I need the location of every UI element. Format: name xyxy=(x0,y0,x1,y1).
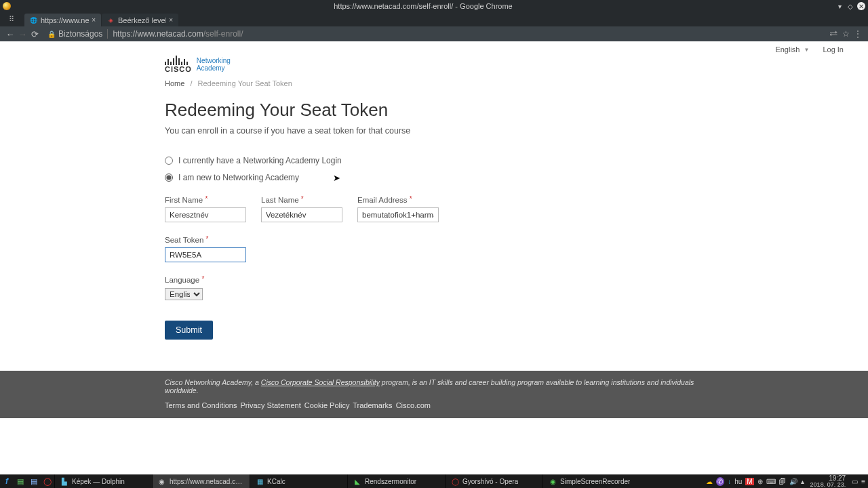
taskbar-item[interactable]: ◉ SimpleScreenRecorder xyxy=(542,474,640,488)
start-button[interactable]: f xyxy=(0,476,14,486)
volume-icon[interactable]: 🔊 xyxy=(789,478,797,485)
seat-token-field: Seat Token * xyxy=(165,236,246,262)
quick-launch-icon[interactable]: ▤ xyxy=(14,477,27,486)
tray-icon[interactable]: M xyxy=(745,478,753,485)
chrome-icon: ◉ xyxy=(158,477,166,485)
secure-label: Biztonságos xyxy=(58,29,102,39)
gmail-icon: ◈ xyxy=(107,16,115,24)
tray-icon[interactable]: ⌨ xyxy=(766,478,776,485)
breadcrumb-home[interactable]: Home xyxy=(165,79,184,87)
quick-launch-icon[interactable]: ▤ xyxy=(27,477,41,486)
system-tray: ☁ ✆ ↓ hu M ⊕ ⌨ 🗐 🔊 ▴ 19:27 2018. 07. 23.… xyxy=(706,475,868,488)
csr-link[interactable]: Cisco Corporate Social Responsibility xyxy=(261,378,380,386)
taskbar-item[interactable]: ▦ KCalc xyxy=(250,474,347,488)
translate-icon[interactable]: ⮂ xyxy=(827,29,840,39)
footer-link[interactable]: Cookie Policy xyxy=(304,401,350,409)
breadcrumb: Home / Redeeming Your Seat Token xyxy=(165,79,703,87)
seat-token-input[interactable] xyxy=(165,247,246,262)
footer-link[interactable]: Terms and Conditions xyxy=(165,401,237,409)
tab-inactive[interactable]: ◈ Beérkező levelek - × xyxy=(102,14,178,26)
login-link[interactable]: Log In xyxy=(823,45,844,54)
tray-icon[interactable]: ☁ xyxy=(706,478,713,485)
brand-logo[interactable]: CISCO Networking Academy xyxy=(165,55,703,73)
menu-icon[interactable]: ≡ xyxy=(861,478,865,485)
window-close-icon[interactable]: ✕ xyxy=(857,2,865,10)
tab-active[interactable]: 🌐 https://www.netaca... × xyxy=(24,14,101,26)
folder-icon: ▙ xyxy=(60,477,68,485)
submit-button[interactable]: Submit xyxy=(165,321,213,340)
cisco-bars-icon xyxy=(165,55,192,65)
taskbar-item[interactable]: ◣ Rendszermonitor xyxy=(347,474,445,488)
chrome-tabstrip: ⠿ 🌐 https://www.netaca... × ◈ Beérkező l… xyxy=(0,12,868,26)
tab-title: Beérkező levelek - xyxy=(118,16,166,24)
forward-button: → xyxy=(16,29,28,39)
footer-link[interactable]: Cisco.com xyxy=(396,401,431,409)
tab-close-icon[interactable]: × xyxy=(169,16,173,24)
tray-icon[interactable]: 🗐 xyxy=(779,478,786,485)
radio-new-user[interactable]: I am new to Networking Academy xyxy=(165,173,703,182)
tray-icon[interactable]: ⊕ xyxy=(757,478,763,485)
page-title: Redeeming Your Seat Token xyxy=(165,100,703,121)
page-subtitle: You can enroll in a course if you have a… xyxy=(165,126,703,136)
footer-link[interactable]: Privacy Statement xyxy=(240,401,300,409)
opera-icon: ◯ xyxy=(451,477,459,485)
taskbar-clock[interactable]: 19:27 2018. 07. 23. xyxy=(808,475,849,488)
tray-expand-icon[interactable]: ▴ xyxy=(801,478,804,485)
address-url[interactable]: https://www.netacad.com/self-enroll/ xyxy=(113,29,243,39)
quick-launch-icon[interactable]: ◯ xyxy=(41,477,54,486)
taskbar-item[interactable]: ▙ Képek — Dolphin xyxy=(54,474,152,488)
chrome-menu-icon[interactable]: ⋮ xyxy=(852,29,864,39)
language-selector[interactable]: English ▼ xyxy=(775,45,809,54)
show-desktop-icon[interactable]: ▭ xyxy=(852,478,858,485)
radio-input[interactable] xyxy=(165,157,173,165)
radio-existing-login[interactable]: I currently have a Networking Academy Lo… xyxy=(165,156,703,165)
reload-button[interactable]: ⟳ xyxy=(28,29,41,39)
window-titlebar: https://www.netacad.com/self-enroll/ - G… xyxy=(0,0,868,12)
keyboard-layout[interactable]: hu xyxy=(734,478,742,485)
taskbar-item[interactable]: ◯ Gyorshívó - Opera xyxy=(445,474,542,488)
tab-title: https://www.netaca... xyxy=(41,16,89,24)
cisco-wordmark: CISCO xyxy=(165,65,192,73)
window-minimize-icon[interactable]: ▾ xyxy=(835,2,844,10)
app-icon xyxy=(3,2,11,10)
taskbar-item[interactable]: ◉ https://www.netacad.co... xyxy=(152,474,250,488)
email-input[interactable] xyxy=(357,207,439,222)
lock-icon: 🔒 xyxy=(47,30,56,38)
globe-icon: 🌐 xyxy=(30,16,37,24)
radio-input[interactable] xyxy=(165,174,173,182)
monitor-icon: ◣ xyxy=(353,477,361,485)
bookmark-star-icon[interactable]: ☆ xyxy=(840,29,852,39)
tray-icon[interactable]: ✆ xyxy=(716,477,724,486)
email-field: Email Address * xyxy=(357,196,439,222)
desktop-taskbar: f ▤ ▤ ◯ ▙ Képek — Dolphin ◉ https://www.… xyxy=(0,474,868,488)
last-name-input[interactable] xyxy=(261,207,342,222)
first-name-input[interactable] xyxy=(165,207,246,222)
recorder-icon: ◉ xyxy=(549,477,557,485)
page-viewport: English ▼ Log In CISCO Networking Academ… xyxy=(0,41,868,474)
window-maximize-icon[interactable]: ◇ xyxy=(846,2,854,10)
last-name-field: Last Name * xyxy=(261,196,342,222)
chrome-toolbar: ← → ⟳ 🔒 Biztonságos https://www.netacad.… xyxy=(0,26,868,41)
language-field: Language * English xyxy=(165,276,204,300)
first-name-field: First Name * xyxy=(165,196,246,222)
page-footer: Cisco Networking Academy, a Cisco Corpor… xyxy=(0,371,868,418)
footer-link[interactable]: Trademarks xyxy=(353,401,392,409)
chevron-down-icon: ▼ xyxy=(804,47,809,53)
tab-close-icon[interactable]: × xyxy=(92,16,96,24)
window-title: https://www.netacad.com/self-enroll/ - G… xyxy=(11,2,835,10)
chrome-apps-button[interactable]: ⠿ xyxy=(3,14,20,25)
calculator-icon: ▦ xyxy=(256,477,264,485)
separator xyxy=(107,29,108,39)
site-security[interactable]: 🔒 Biztonságos xyxy=(47,29,102,39)
back-button[interactable]: ← xyxy=(4,29,16,39)
breadcrumb-current: Redeeming Your Seat Token xyxy=(198,79,292,87)
language-select[interactable]: English xyxy=(165,288,203,300)
tray-icon[interactable]: ↓ xyxy=(728,478,731,485)
